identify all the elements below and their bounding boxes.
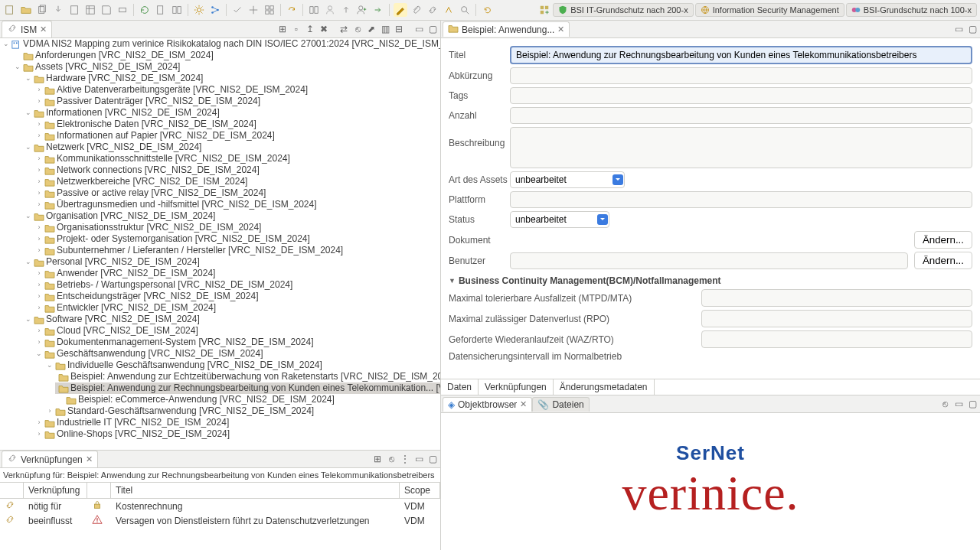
minimize-button[interactable]: ▭ bbox=[952, 398, 965, 410]
tree-expand-toggle[interactable]: ⌄ bbox=[24, 314, 32, 325]
tree-node[interactable]: ⌄Hardware [VRC_NIS2_DE_ISM_2024] bbox=[23, 73, 440, 84]
tree-expand-toggle[interactable]: ⌄ bbox=[24, 107, 32, 119]
tree-node[interactable]: ›Industrielle IT [VRC_NIS2_DE_ISM_2024] bbox=[34, 417, 440, 428]
toolbar-btn-link[interactable] bbox=[426, 3, 439, 17]
tree-expand-toggle[interactable]: › bbox=[35, 233, 43, 245]
tree-node[interactable]: ›Entwickler [VRC_NIS2_DE_ISM_2024] bbox=[34, 302, 440, 314]
tree-expand-toggle[interactable]: › bbox=[35, 302, 43, 314]
toolbar-btn-upload[interactable] bbox=[339, 3, 353, 17]
bottom-tab-meta[interactable]: Änderungsmetadaten bbox=[554, 379, 655, 395]
tree-new-button[interactable]: ▫ bbox=[290, 23, 302, 35]
art-select[interactable]: unbearbeitet bbox=[510, 171, 625, 188]
tree-node[interactable]: ›Informationen auf Papier [VRC_NIS2_DE_I… bbox=[34, 130, 440, 142]
tree-expand-toggle[interactable]: ⌄ bbox=[24, 73, 32, 84]
tree-node[interactable]: ›Übertragunsmedien und -hilfsmittel [VRC… bbox=[34, 199, 440, 210]
tree-expand-toggle[interactable]: › bbox=[35, 417, 43, 428]
maximize-button[interactable]: ▢ bbox=[426, 23, 439, 35]
col-type[interactable]: Verknüpfung bbox=[24, 483, 87, 499]
links-action2-button[interactable]: ⎋ bbox=[385, 453, 397, 465]
tree-collapse-button[interactable]: ⊟ bbox=[393, 23, 405, 35]
toolbar-btn-import[interactable] bbox=[51, 3, 65, 17]
tree-node[interactable]: ⌄VDMA NIS2 Mapping zum verinice Risikoka… bbox=[2, 38, 440, 50]
close-icon[interactable]: ✕ bbox=[557, 24, 564, 34]
tree-node[interactable]: ›Standard-Geschäftsanwendung [VRC_NIS2_D… bbox=[44, 405, 440, 417]
tree-delete-button[interactable]: ✖ bbox=[318, 23, 330, 35]
toolbar-btn-tree-dots[interactable] bbox=[208, 3, 222, 17]
close-icon[interactable]: ✕ bbox=[40, 24, 47, 34]
maximize-button[interactable]: ▢ bbox=[426, 453, 439, 465]
tree-expand-toggle[interactable]: › bbox=[35, 245, 43, 256]
toolbar-btn-pencil[interactable] bbox=[394, 3, 407, 17]
tree-node[interactable]: ›Network connections [VRC_NIS2_DE_ISM_20… bbox=[34, 164, 440, 176]
tree-expand-toggle[interactable]: › bbox=[35, 199, 43, 210]
minimize-button[interactable]: ▭ bbox=[952, 23, 965, 35]
tree-chart-button[interactable]: ⬈ bbox=[365, 23, 377, 35]
links-view-tab[interactable]: Verknüpfungen ✕ bbox=[2, 451, 98, 467]
minimize-button[interactable]: ▭ bbox=[413, 23, 425, 35]
table-row[interactable]: beeinflusstVersagen von Dienstleistern f… bbox=[0, 513, 440, 528]
toolbar-btn-undo-hist[interactable] bbox=[480, 3, 494, 17]
tree-expand-toggle[interactable]: › bbox=[35, 325, 43, 337]
tree-expand-toggle[interactable]: › bbox=[35, 164, 43, 176]
toolbar-btn-save[interactable] bbox=[100, 3, 113, 17]
tree-expand-toggle[interactable]: ⌄ bbox=[24, 210, 32, 222]
toolbar-btn-expand[interactable] bbox=[247, 3, 260, 17]
bcm-section-header[interactable]: ▼ Business Continuity Management(BCM)/No… bbox=[449, 275, 972, 286]
tree-node[interactable]: ›Projekt- oder Systemorganisation [VRC_N… bbox=[34, 233, 440, 245]
tree-add-button[interactable]: ⊞ bbox=[276, 23, 289, 35]
tree-expand-toggle[interactable]: › bbox=[35, 176, 43, 187]
tree-expand-toggle[interactable]: ⌄ bbox=[46, 360, 54, 371]
tree-node[interactable]: ⌄Netzwerk [VRC_NIS2_DE_ISM_2024] bbox=[23, 142, 440, 153]
toolbar-btn-redo[interactable] bbox=[285, 3, 299, 17]
col-icon1[interactable] bbox=[0, 483, 24, 499]
mtpd-input[interactable] bbox=[701, 289, 972, 307]
tree-node[interactable]: ›Cloud [VRC_NIS2_DE_ISM_2024] bbox=[34, 325, 440, 337]
tree-node[interactable]: ›Anwender [VRC_NIS2_DE_ISM_2024] bbox=[34, 268, 440, 279]
toolbar-btn-refresh[interactable] bbox=[138, 3, 152, 17]
tree-expand-toggle[interactable]: › bbox=[35, 279, 43, 291]
tree-expand-toggle[interactable]: › bbox=[35, 291, 43, 302]
plattform-input[interactable] bbox=[510, 191, 972, 208]
toolbar-btn-check[interactable] bbox=[230, 3, 244, 17]
tree-node[interactable]: Beispiel: Anwendung zur Rechnungsbearbei… bbox=[55, 382, 440, 394]
tree-node[interactable]: ›Elektronische Daten [VRC_NIS2_DE_ISM_20… bbox=[34, 119, 440, 130]
tree-node[interactable]: ⌄Individuelle Geschäftsanwendung [VRC_NI… bbox=[44, 360, 440, 371]
tree-expand-toggle[interactable]: › bbox=[35, 119, 43, 130]
toolbar-btn-new-folder[interactable] bbox=[19, 3, 33, 17]
tree-node[interactable]: ⌄Assets [VRC_NIS2_DE_ISM_2024] bbox=[12, 61, 440, 73]
tree-node[interactable]: ›Passive or active relay [VRC_NIS2_DE_IS… bbox=[34, 187, 440, 199]
abkuerzung-input[interactable] bbox=[510, 67, 972, 84]
open-perspective-button[interactable] bbox=[537, 3, 551, 17]
tree-node[interactable]: ›Dokumentenmanagement-System [VRC_NIS2_D… bbox=[34, 337, 440, 348]
tree-node[interactable]: Beispiel: Anwendung zur Echtzeitüberwach… bbox=[55, 371, 440, 382]
ob-action-button[interactable]: ⎋ bbox=[939, 398, 951, 410]
tree-expand-toggle[interactable]: ⌄ bbox=[24, 256, 32, 268]
toolbar-btn-person[interactable] bbox=[323, 3, 337, 17]
ism-view-tab[interactable]: ISM ✕ bbox=[2, 21, 52, 37]
tree-expand-button[interactable]: ⇄ bbox=[338, 23, 350, 35]
persp-grundschutz100-x[interactable]: BSI-Grundschutz nach 100-x bbox=[846, 3, 977, 17]
tree-expand-toggle[interactable]: › bbox=[35, 337, 43, 348]
table-row[interactable]: nötig fürKostenrechnungVDM bbox=[0, 499, 440, 514]
toolbar-btn-arrow[interactable] bbox=[371, 3, 385, 17]
tree-node[interactable]: ⌄Organisation [VRC_NIS2_DE_ISM_2024] bbox=[23, 210, 440, 222]
bottom-tab-daten[interactable]: Daten bbox=[441, 379, 479, 395]
tree-node[interactable]: ›Passiver Datenträger [VRC_NIS2_DE_ISM_2… bbox=[34, 96, 440, 107]
dateien-tab[interactable]: 📎 Dateien bbox=[532, 397, 589, 412]
titel-input[interactable] bbox=[510, 46, 972, 64]
tree-expand-toggle[interactable]: ⌄ bbox=[35, 348, 43, 360]
toolbar-btn-paste[interactable] bbox=[67, 3, 81, 17]
tree-expand-toggle[interactable]: › bbox=[35, 222, 43, 233]
tree-expand-toggle[interactable]: › bbox=[35, 130, 43, 142]
objektbrowser-tab[interactable]: ◈ Objektbrowser ✕ bbox=[443, 397, 532, 412]
tree-expand-toggle[interactable]: › bbox=[46, 405, 54, 417]
maximize-button[interactable]: ▢ bbox=[966, 23, 978, 35]
tree-expand-toggle[interactable]: › bbox=[35, 96, 43, 107]
toolbar-btn-copy[interactable] bbox=[35, 3, 49, 17]
minimize-button[interactable]: ▭ bbox=[413, 453, 425, 465]
toolbar-btn-sheet[interactable] bbox=[83, 3, 97, 17]
toolbar-btn-grid[interactable] bbox=[263, 3, 276, 17]
maximize-button[interactable]: ▢ bbox=[966, 398, 978, 410]
benutzer-input[interactable] bbox=[510, 252, 908, 269]
tree-expand-toggle[interactable]: ⌄ bbox=[24, 142, 32, 153]
